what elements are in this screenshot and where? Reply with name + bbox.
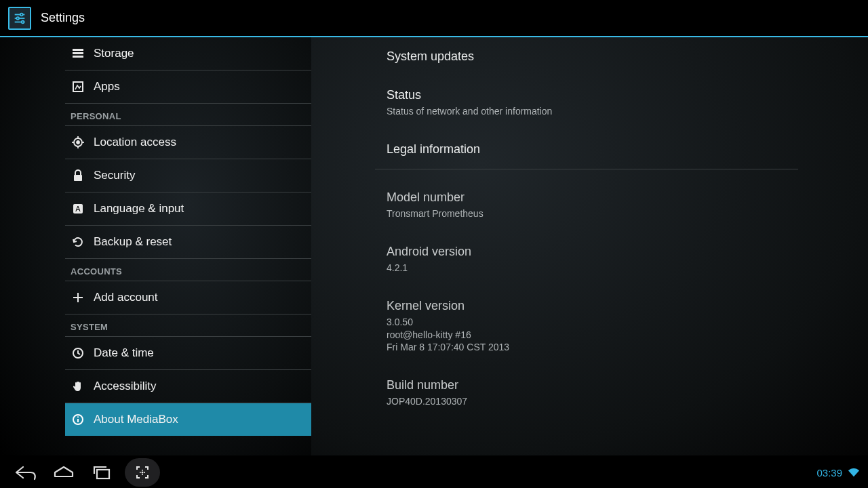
sidebar-item-label: Storage — [94, 47, 134, 60]
sidebar-item-add-account[interactable]: Add account — [65, 281, 311, 314]
svg-rect-25 — [97, 470, 109, 479]
svg-rect-16 — [74, 175, 82, 181]
detail-title: Model number — [387, 190, 787, 205]
detail-model-number: Model numberTronsmart Prometheus — [343, 178, 830, 232]
detail-android-version: Android version4.2.1 — [343, 232, 830, 287]
sidebar-item-label: Security — [94, 169, 135, 182]
recent-apps-button[interactable] — [83, 457, 121, 488]
language-icon: A — [71, 201, 85, 216]
page-title: Settings — [41, 11, 85, 25]
detail-status[interactable]: StatusStatus of network and other inform… — [343, 76, 830, 130]
hand-icon — [71, 379, 85, 394]
detail-subtitle: 3.0.50 root@hello-kitty #16 Fri Mar 8 17… — [387, 316, 787, 354]
sidebar-item-storage[interactable]: Storage — [65, 37, 311, 70]
back-button[interactable] — [7, 457, 45, 488]
detail-subtitle: Status of network and other information — [387, 105, 787, 118]
detail-title: Status — [387, 88, 787, 102]
sidebar-item-about-mediabox[interactable]: About MediaBox — [65, 403, 311, 436]
sidebar-item-language-input[interactable]: ALanguage & input — [65, 192, 311, 225]
sidebar-item-label: About MediaBox — [94, 413, 178, 426]
sidebar: StorageAppsPERSONALLocation accessSecuri… — [0, 37, 311, 455]
sidebar-item-apps[interactable]: Apps — [65, 70, 311, 103]
backup-icon — [71, 235, 85, 249]
lock-icon — [71, 168, 85, 183]
clock-icon — [71, 346, 85, 361]
sidebar-item-accessibility[interactable]: Accessibility — [65, 370, 311, 403]
sidebar-item-label: Add account — [94, 291, 158, 304]
section-header: ACCOUNTS — [65, 259, 311, 281]
sidebar-item-date-time[interactable]: Date & time — [65, 337, 311, 369]
location-icon — [71, 135, 85, 150]
detail-subtitle: Tronsmart Prometheus — [387, 207, 787, 220]
sidebar-item-label: Location access — [94, 136, 176, 149]
svg-text:A: A — [75, 205, 81, 213]
detail-title: Build number — [387, 378, 787, 392]
detail-title: Android version — [387, 245, 787, 259]
sidebar-item-label: Backup & reset — [94, 235, 172, 249]
detail-subtitle: 4.2.1 — [387, 262, 787, 274]
plus-icon — [71, 290, 85, 305]
sidebar-item-backup-reset[interactable]: Backup & reset — [65, 226, 311, 258]
sidebar-item-label: Language & input — [94, 202, 184, 216]
detail-title: Kernel version — [387, 299, 787, 313]
section-header: PERSONAL — [65, 104, 311, 125]
screenshot-button[interactable] — [125, 458, 160, 487]
status-time: 03:39 — [816, 467, 842, 479]
detail-build-number: Build numberJOP40D.20130307 — [343, 366, 830, 420]
detail-subtitle: JOP40D.20130307 — [387, 395, 787, 408]
detail-title: System updates — [387, 49, 787, 64]
svg-point-1 — [20, 13, 23, 16]
detail-title: Legal information — [387, 142, 787, 157]
section-header: SYSTEM — [65, 314, 311, 336]
svg-point-11 — [77, 141, 79, 144]
action-bar: Settings — [0, 0, 868, 37]
nav-bar: 03:39 — [0, 457, 868, 488]
svg-rect-7 — [73, 52, 83, 54]
detail-legal-information[interactable]: Legal information — [343, 130, 830, 169]
svg-point-24 — [77, 416, 79, 418]
sidebar-item-location-access[interactable]: Location access — [65, 126, 311, 159]
svg-rect-8 — [73, 56, 83, 58]
detail-pane: System updatesStatusStatus of network an… — [311, 37, 868, 455]
wifi-icon — [848, 467, 860, 478]
settings-app-icon — [8, 7, 31, 30]
detail-kernel-version: Kernel version3.0.50 root@hello-kitty #1… — [343, 287, 830, 367]
sidebar-item-label: Date & time — [94, 346, 154, 360]
home-button[interactable] — [45, 457, 83, 488]
svg-rect-6 — [73, 49, 83, 51]
sidebar-item-label: Accessibility — [94, 380, 157, 393]
info-icon — [71, 412, 85, 427]
svg-point-3 — [16, 17, 19, 20]
storage-icon — [71, 46, 85, 61]
apps-icon — [71, 79, 85, 94]
detail-system-updates[interactable]: System updates — [343, 37, 830, 76]
sidebar-item-label: Apps — [94, 80, 120, 94]
sidebar-item-security[interactable]: Security — [65, 159, 311, 192]
svg-point-26 — [142, 472, 144, 474]
svg-point-5 — [22, 20, 24, 23]
